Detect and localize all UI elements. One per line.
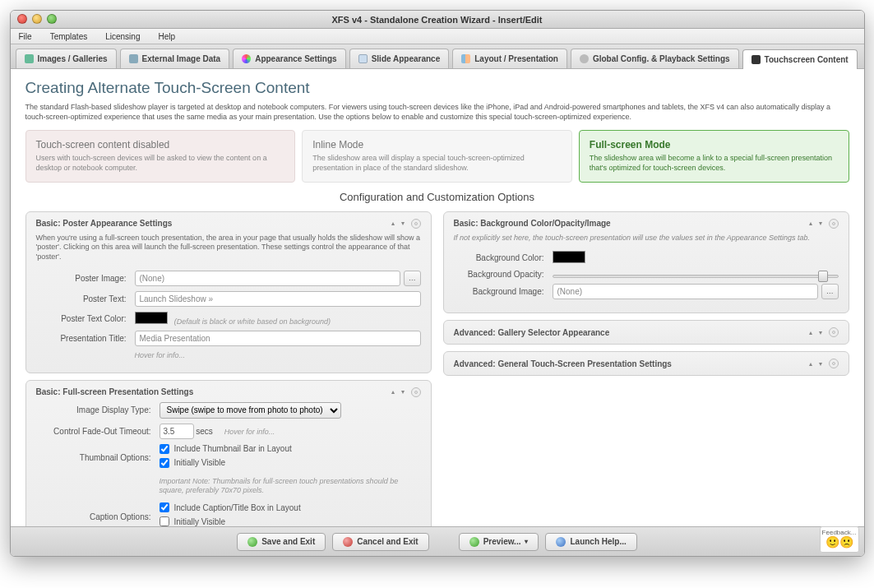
launch-help-button[interactable]: Launch Help... [545, 533, 636, 551]
poster-image-label: Poster Image: [36, 274, 135, 283]
help-icon [556, 537, 566, 547]
background-color-swatch[interactable] [553, 251, 585, 263]
menu-licensing[interactable]: Licensing [105, 32, 140, 41]
panel-poster-title: Basic: Poster Appearance Settings [36, 219, 391, 228]
app-window: XFS v4 - Standalone Creation Wizard - In… [10, 10, 865, 557]
menu-file[interactable]: File [19, 32, 32, 41]
panel-general-touchscreen-title: Advanced: General Touch-Screen Presentat… [454, 359, 809, 368]
collapse-down-icon[interactable]: ▾ [819, 360, 822, 368]
mode-inline-desc: The slideshow area will display a specia… [312, 154, 562, 173]
fade-timeout-label: Control Fade-Out Timeout: [36, 427, 160, 436]
collapse-down-icon[interactable]: ▾ [401, 388, 405, 396]
fade-hover-hint: Hover for info... [224, 428, 275, 436]
browse-button[interactable]: … [404, 271, 421, 286]
background-opacity-slider[interactable] [553, 275, 839, 278]
panel-fullscreen-settings: Basic: Full-screen Presentation Settings… [25, 380, 432, 526]
gear-icon[interactable] [829, 327, 839, 337]
panel-background-desc: If not explicitly set here, the touch-sc… [454, 234, 839, 243]
close-icon[interactable] [17, 14, 27, 24]
content-area: Creating Alternate Touch-Screen Content … [11, 69, 864, 526]
thumbnail-options-label: Thumbnail Options: [36, 453, 160, 462]
gear-icon[interactable] [411, 387, 421, 397]
play-icon [469, 537, 479, 547]
mode-selector-row: Touch-screen content disabled Users with… [25, 130, 849, 182]
gear-icon[interactable] [829, 219, 839, 229]
window-controls [17, 14, 57, 24]
collapse-up-icon[interactable]: ▴ [809, 329, 812, 336]
menubar: File Templates Licensing Help [11, 29, 864, 44]
titlebar: XFS v4 - Standalone Creation Wizard - In… [11, 11, 864, 29]
preview-button[interactable]: Preview... ▾ [459, 533, 539, 551]
background-image-label: Background Image: [454, 287, 553, 296]
panel-background-title: Basic: Background Color/Opacity/Image [454, 219, 809, 228]
background-color-label: Background Color: [454, 253, 553, 262]
presentation-title-input[interactable] [135, 331, 421, 346]
tab-strip: Images / Galleries External Image Data A… [11, 44, 864, 69]
tab-slide-appearance[interactable]: Slide Appearance [349, 49, 450, 68]
poster-text-color-label: Poster Text Color: [36, 314, 135, 323]
caption-options-label: Caption Options: [36, 512, 160, 521]
collapse-down-icon[interactable]: ▾ [819, 329, 822, 336]
minimize-icon[interactable] [32, 14, 42, 24]
config-section-title: Configuration and Customization Options [25, 191, 849, 203]
panel-gallery-selector[interactable]: Advanced: Gallery Selector Appearance ▴▾ [443, 320, 849, 345]
tab-external-image-data[interactable]: External Image Data [120, 49, 230, 68]
check-icon [247, 537, 257, 547]
gear-icon[interactable] [829, 359, 839, 368]
image-display-type-select[interactable]: Swipe (swipe to move from photo to photo… [160, 402, 341, 419]
panel-general-touchscreen[interactable]: Advanced: General Touch-Screen Presentat… [443, 351, 849, 376]
mode-disabled-card[interactable]: Touch-screen content disabled Users with… [25, 130, 296, 182]
caption-initially-visible-checkbox[interactable]: Initially Visible [160, 516, 421, 526]
feedback-widget[interactable]: Feedback... 🙂🙁 [820, 526, 859, 553]
feedback-faces-icon: 🙂🙁 [821, 536, 858, 548]
thumbnail-note: Important Note: Thumbnails for full-scre… [160, 477, 421, 496]
poster-image-input[interactable] [135, 271, 400, 286]
thumbnail-initially-visible-checkbox[interactable]: Initially Visible [160, 458, 421, 468]
menu-templates[interactable]: Templates [50, 32, 88, 41]
collapse-up-icon[interactable]: ▴ [809, 360, 812, 368]
browse-button[interactable]: … [821, 284, 839, 299]
include-thumbnail-bar-checkbox[interactable]: Include Thumbnail Bar in Layout [160, 444, 421, 454]
panel-background: Basic: Background Color/Opacity/Image ▴▾… [443, 211, 849, 314]
collapse-down-icon[interactable]: ▾ [401, 220, 405, 227]
cancel-and-exit-button[interactable]: Cancel and Exit [332, 533, 428, 551]
mode-disabled-desc: Users with touch-screen devices will be … [36, 154, 285, 173]
poster-hover-hint: Hover for info... [135, 351, 421, 359]
cancel-icon [343, 537, 353, 547]
poster-text-color-hint: (Default is black or white based on back… [174, 317, 331, 326]
collapse-up-icon[interactable]: ▴ [391, 220, 395, 227]
mode-fullscreen-card[interactable]: Full-screen Mode The slideshow area will… [579, 130, 849, 182]
background-opacity-label: Background Opacity: [454, 270, 553, 279]
save-and-exit-button[interactable]: Save and Exit [237, 533, 326, 551]
zoom-icon[interactable] [47, 14, 57, 24]
mode-disabled-title: Touch-screen content disabled [36, 139, 285, 150]
window-title: XFS v4 - Standalone Creation Wizard - In… [332, 15, 543, 25]
tab-images-galleries[interactable]: Images / Galleries [16, 49, 117, 68]
tab-global-config[interactable]: Global Config. & Playback Settings [571, 49, 739, 68]
slider-knob-icon[interactable] [818, 271, 828, 282]
tab-layout-presentation[interactable]: Layout / Presentation [452, 49, 567, 68]
poster-text-input[interactable] [135, 291, 421, 307]
poster-text-label: Poster Text: [36, 294, 135, 303]
page-intro: The standard Flash-based slideshow playe… [25, 102, 849, 122]
presentation-title-label: Presentation Title: [36, 334, 135, 343]
collapse-down-icon[interactable]: ▾ [819, 220, 822, 227]
collapse-up-icon[interactable]: ▴ [809, 220, 812, 227]
panel-poster-desc: When you're using a full-screen touch pr… [36, 234, 421, 262]
mode-fullscreen-title: Full-screen Mode [590, 139, 839, 150]
background-image-input[interactable] [553, 284, 818, 299]
panel-poster-appearance: Basic: Poster Appearance Settings ▴▾ Whe… [25, 211, 432, 373]
image-display-type-label: Image Display Type: [36, 405, 160, 414]
poster-text-color-swatch[interactable] [135, 312, 168, 324]
menu-help[interactable]: Help [158, 32, 175, 41]
tab-appearance-settings[interactable]: Appearance Settings [233, 49, 345, 68]
include-caption-box-checkbox[interactable]: Include Caption/Title Box in Layout [160, 502, 421, 512]
panel-gallery-selector-title: Advanced: Gallery Selector Appearance [454, 328, 809, 337]
gear-icon[interactable] [411, 219, 421, 229]
mode-inline-card[interactable]: Inline Mode The slideshow area will disp… [302, 130, 572, 182]
fade-timeout-input[interactable]: 3.5 [160, 424, 194, 439]
collapse-up-icon[interactable]: ▴ [391, 388, 395, 396]
footer-toolbar: Save and Exit Cancel and Exit Preview...… [11, 526, 864, 556]
panel-fullscreen-title: Basic: Full-screen Presentation Settings [36, 387, 391, 396]
tab-touchscreen-content[interactable]: Touchscreen Content [742, 49, 858, 69]
